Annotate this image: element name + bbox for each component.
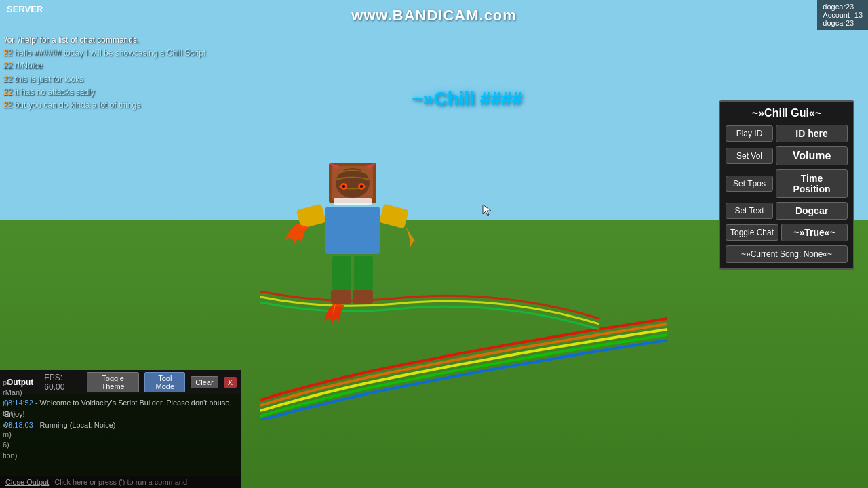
set-tpos-value[interactable]: Time Position <box>776 169 848 198</box>
run-command-hint[interactable]: Click here or press (') to run a command <box>54 478 187 486</box>
msg-text-2: - Running (Local: Noice) <box>35 421 116 429</box>
sidebar-item: w) <box>3 420 22 430</box>
toggle-chat-row: Toggle Chat ~»True«~ <box>726 224 848 241</box>
floating-title: ~»Chill #### <box>412 88 522 110</box>
set-text-row: Set Text Dogcar <box>726 202 848 220</box>
output-message-1: 08:14:52 - Welcome to Voidacity's Script… <box>4 397 237 420</box>
toggle-chat-button[interactable]: Toggle Chat <box>726 224 778 241</box>
play-id-button[interactable]: Play ID <box>726 125 773 142</box>
chat-line-2: 22 hello ###### today I will be showcasi… <box>3 47 205 60</box>
sidebar-item: tion) <box>3 451 22 461</box>
chat-line-1: '/or '/help' for a list of chat commands… <box>3 34 205 47</box>
svg-rect-13 <box>332 256 351 290</box>
close-x-button[interactable]: X <box>224 377 237 388</box>
set-tpos-row: Set Tpos Time Position <box>726 169 848 198</box>
chill-gui-panel: ~»Chill Gui«~ Play ID ID here Set Vol Vo… <box>719 100 854 270</box>
sidebar-item: 6) <box>3 440 22 450</box>
output-header: Output FPS: 60.00 Toggle Theme Tool Mode… <box>0 370 241 394</box>
svg-point-9 <box>360 185 363 188</box>
sidebar-item: m) <box>3 430 22 440</box>
set-vol-button[interactable]: Set Vol <box>726 148 773 164</box>
svg-rect-14 <box>354 256 373 290</box>
chat-line-3: 22 r!/Noice <box>3 60 205 73</box>
set-vol-row: Set Vol Volume <box>726 146 848 165</box>
close-output-button[interactable]: Close Output <box>5 478 49 486</box>
chat-messages: '/or '/help' for a list of chat commands… <box>3 34 205 112</box>
svg-rect-15 <box>331 290 351 304</box>
gui-title: ~»Chill Gui«~ <box>726 107 848 119</box>
user-info-panel: dogcar23 Account -13 dogcar23 <box>817 0 868 30</box>
sidebar-item: rMan) <box>3 388 22 398</box>
set-text-value[interactable]: Dogcar <box>776 202 848 220</box>
tool-mode-button[interactable]: Tool Mode <box>144 372 185 392</box>
svg-rect-3 <box>334 198 372 205</box>
play-id-row: Play ID ID here <box>726 125 848 142</box>
svg-point-8 <box>342 185 345 188</box>
svg-rect-12 <box>379 204 409 229</box>
sidebar-item: ll) <box>3 399 22 409</box>
chat-line-6: 22 but you can do kinda a lot of things <box>3 99 205 112</box>
output-content: 08:14:52 - Welcome to Voidacity's Script… <box>0 394 241 476</box>
account-label: Account -13 <box>823 11 863 19</box>
set-text-button[interactable]: Set Text <box>726 203 773 219</box>
output-footer: Close Output Click here or press (') to … <box>0 476 241 488</box>
username-display: dogcar23 <box>823 3 863 11</box>
toggle-chat-value[interactable]: ~»True«~ <box>781 224 848 241</box>
set-vol-value[interactable]: Volume <box>776 146 848 165</box>
sidebar-item: tlet) <box>3 409 22 419</box>
sidebar-item: ps <box>3 378 22 388</box>
fps-display: FPS: 60.00 <box>44 373 81 392</box>
display-name: dogcar23 <box>823 19 863 27</box>
svg-rect-16 <box>353 290 373 304</box>
toggle-theme-button[interactable]: Toggle Theme <box>87 372 139 392</box>
left-sidebar-items: ps rMan) ll) tlet) w) m) 6) tion) <box>0 376 25 462</box>
chat-line-4: 22 this is just for looks <box>3 73 205 86</box>
bandicam-watermark: www.BANDICAM.com <box>351 7 517 24</box>
play-id-value[interactable]: ID here <box>776 125 848 142</box>
character <box>285 163 420 366</box>
output-panel: Output FPS: 60.00 Toggle Theme Tool Mode… <box>0 370 241 488</box>
svg-rect-10 <box>326 207 380 254</box>
set-tpos-button[interactable]: Set Tpos <box>726 176 773 192</box>
msg-text-1: - Welcome to Voidacity's Script Builder.… <box>4 399 231 418</box>
clear-button[interactable]: Clear <box>191 376 218 388</box>
current-song-display: ~»Current Song: None«~ <box>726 245 848 263</box>
chat-line-5: 22 it has no attacks sadly <box>3 86 205 99</box>
output-message-2: 08:18:03 - Running (Local: Noice) <box>4 420 237 431</box>
server-label: SERVER <box>0 0 50 18</box>
